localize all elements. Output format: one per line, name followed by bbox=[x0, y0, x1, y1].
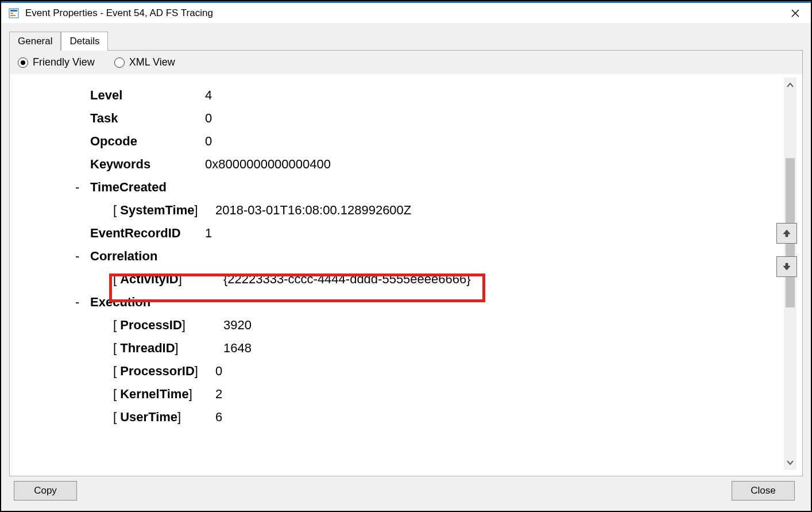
titlebar: Event Properties - Event 54, AD FS Traci… bbox=[1, 1, 811, 23]
value-kerneltime: 2 bbox=[215, 387, 222, 402]
radio-unchecked-icon bbox=[114, 57, 125, 68]
label-processid: ProcessID bbox=[120, 318, 182, 333]
label-threadid: ThreadID bbox=[120, 341, 175, 356]
svg-rect-1 bbox=[10, 10, 17, 11]
tab-general[interactable]: General bbox=[9, 32, 61, 51]
value-threadid: 1648 bbox=[223, 341, 252, 356]
value-keywords: 0x8000000000000400 bbox=[205, 157, 331, 172]
chevron-down-icon bbox=[786, 459, 794, 467]
collapse-dash-icon: - bbox=[75, 180, 90, 195]
next-event-button[interactable] bbox=[776, 256, 797, 277]
arrow-down-icon bbox=[782, 262, 791, 271]
group-execution[interactable]: - Execution bbox=[75, 295, 776, 310]
tab-general-label: General bbox=[18, 36, 52, 47]
footer: Copy Close bbox=[9, 476, 803, 505]
row-usertime: [ UserTime] 6 bbox=[113, 410, 776, 425]
group-timecreated[interactable]: - TimeCreated bbox=[75, 180, 776, 195]
close-button[interactable]: Close bbox=[732, 481, 795, 501]
value-processorid: 0 bbox=[215, 364, 222, 379]
arrow-up-icon bbox=[782, 229, 791, 238]
label-opcode: Opcode bbox=[90, 134, 205, 149]
radio-checked-icon bbox=[18, 57, 28, 68]
svg-marker-6 bbox=[783, 230, 790, 237]
label-timecreated: TimeCreated bbox=[90, 180, 167, 195]
details-content-wrap: Level 4 Task 0 Opcode 0 Keywords 0x80000… bbox=[16, 78, 796, 470]
scroll-down-button[interactable] bbox=[784, 455, 796, 470]
row-task: Task 0 bbox=[90, 111, 776, 126]
label-keywords: Keywords bbox=[90, 157, 205, 172]
label-execution: Execution bbox=[90, 295, 150, 310]
app-icon bbox=[8, 7, 20, 19]
label-kerneltime: KernelTime bbox=[120, 387, 188, 402]
window-close-button[interactable] bbox=[782, 4, 809, 22]
radio-xml-view[interactable]: XML View bbox=[114, 56, 175, 68]
radio-friendly-label: Friendly View bbox=[33, 56, 95, 68]
label-usertime: UserTime bbox=[120, 410, 177, 425]
value-systemtime: 2018-03-01T16:08:00.128992600Z bbox=[215, 203, 411, 218]
label-eventrecordid: EventRecordID bbox=[90, 226, 205, 241]
svg-marker-7 bbox=[783, 263, 790, 270]
svg-rect-3 bbox=[10, 15, 16, 16]
row-systemtime: [ SystemTime] 2018-03-01T16:08:00.128992… bbox=[113, 203, 776, 218]
label-task: Task bbox=[90, 111, 205, 126]
close-icon bbox=[791, 9, 799, 17]
row-kerneltime: [ KernelTime] 2 bbox=[113, 387, 776, 402]
value-processid: 3920 bbox=[223, 318, 252, 333]
row-threadid: [ ThreadID] 1648 bbox=[113, 341, 776, 356]
value-task: 0 bbox=[205, 111, 212, 126]
scroll-up-button[interactable] bbox=[784, 78, 796, 93]
value-usertime: 6 bbox=[215, 410, 222, 425]
client-area: General Details Friendly View XML View bbox=[1, 23, 811, 511]
copy-button-label: Copy bbox=[34, 485, 57, 496]
prev-event-button[interactable] bbox=[776, 223, 797, 244]
tab-details[interactable]: Details bbox=[61, 32, 108, 51]
group-correlation[interactable]: - Correlation bbox=[75, 249, 776, 264]
row-opcode: Opcode 0 bbox=[90, 134, 776, 149]
value-opcode: 0 bbox=[205, 134, 212, 149]
close-button-label: Close bbox=[751, 485, 775, 496]
window-title: Event Properties - Event 54, AD FS Traci… bbox=[25, 7, 782, 19]
label-activityid: ActivityID bbox=[120, 272, 178, 287]
svg-rect-2 bbox=[10, 13, 13, 14]
tab-details-label: Details bbox=[69, 36, 99, 47]
value-activityid: {22223333-cccc-4444-dddd-5555eeee6666} bbox=[223, 272, 471, 287]
label-correlation: Correlation bbox=[90, 249, 157, 264]
tabs-row: General Details bbox=[9, 31, 803, 50]
radio-xml-label: XML View bbox=[129, 56, 175, 68]
row-eventrecordid: EventRecordID 1 bbox=[90, 226, 776, 241]
details-area: Level 4 Task 0 Opcode 0 Keywords 0x80000… bbox=[16, 78, 782, 470]
tab-panel-details: Friendly View XML View Level 4 Task 0 bbox=[9, 50, 803, 476]
radio-friendly-view[interactable]: Friendly View bbox=[18, 56, 95, 68]
label-processorid: ProcessorID bbox=[120, 364, 195, 379]
value-level: 4 bbox=[205, 88, 212, 103]
row-activityid: [ ActivityID] {22223333-cccc-4444-dddd-5… bbox=[113, 272, 776, 287]
value-eventrecordid: 1 bbox=[205, 226, 212, 241]
collapse-dash-icon: - bbox=[75, 249, 90, 264]
nav-side-buttons bbox=[776, 223, 797, 277]
chevron-up-icon bbox=[786, 81, 794, 89]
view-radio-group: Friendly View XML View bbox=[10, 51, 802, 74]
label-systemtime: SystemTime bbox=[120, 203, 194, 218]
row-processid: [ ProcessID] 3920 bbox=[113, 318, 776, 333]
label-level: Level bbox=[90, 88, 205, 103]
row-keywords: Keywords 0x8000000000000400 bbox=[90, 157, 776, 172]
collapse-dash-icon: - bbox=[75, 295, 90, 310]
event-properties-window: Event Properties - Event 54, AD FS Traci… bbox=[1, 1, 811, 511]
row-processorid: [ ProcessorID] 0 bbox=[113, 364, 776, 379]
row-level: Level 4 bbox=[90, 88, 776, 103]
copy-button[interactable]: Copy bbox=[14, 481, 77, 501]
